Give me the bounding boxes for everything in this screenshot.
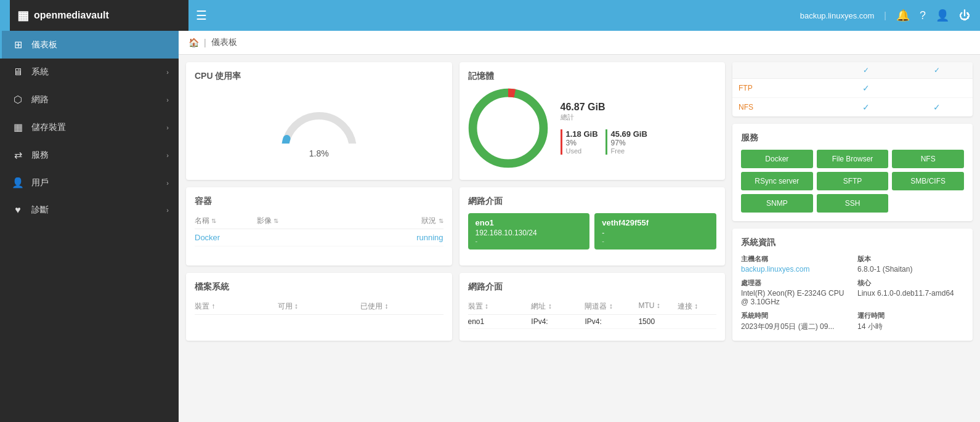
diagnostics-icon: ♥ bbox=[12, 205, 24, 216]
sysinfo-version-group: 版本 6.8.0-1 (Shaitan) bbox=[857, 254, 964, 274]
sidebar-item-dashboard[interactable]: ⊞ 儀表板 bbox=[0, 31, 179, 59]
power-icon[interactable]: ⏻ bbox=[959, 9, 970, 22]
help-icon[interactable]: ? bbox=[920, 9, 926, 22]
sysinfo-sysdate-group: 系統時間 2023年09月05日 (週二) 09... bbox=[741, 311, 848, 332]
topnav: ▦ openmediavault ☰ backup.linuxyes.com |… bbox=[0, 0, 980, 31]
sidebar-item-network[interactable]: ⬡ 網路 › bbox=[0, 86, 179, 113]
sidebar-item-diagnostics[interactable]: ♥ 診斷 › bbox=[0, 197, 179, 224]
chevron-right-icon: › bbox=[166, 68, 169, 76]
service-btn-snmp[interactable]: SNMP bbox=[741, 194, 813, 213]
sort-icon: ⇅ bbox=[273, 217, 278, 224]
sidebar-item-label: 儀表板 bbox=[31, 39, 57, 51]
svg-point-0 bbox=[472, 93, 543, 164]
sidebar-item-left: ⬡ 網路 bbox=[12, 94, 49, 105]
memory-free: 45.69 GiB 97% Free bbox=[605, 129, 647, 155]
cpu-card: CPU 使用率 1.8% bbox=[186, 62, 452, 180]
breadcrumb-separator: | bbox=[204, 38, 206, 47]
memory-total: 46.87 GiB bbox=[561, 102, 717, 113]
sidebar-item-left: ♥ 診斷 bbox=[12, 205, 49, 216]
sysinfo-cpu-label: 處理器 bbox=[741, 278, 848, 288]
sidebar-item-services[interactable]: ⇄ 服務 › bbox=[0, 141, 179, 169]
service-btn-rsync[interactable]: RSync server bbox=[741, 172, 813, 190]
topnav-right: backup.linuxyes.com | 🔔 ? 👤 ⏻ bbox=[800, 9, 970, 22]
sysinfo-uptime-group: 運行時間 14 小時 bbox=[857, 311, 964, 332]
chevron-right-icon: › bbox=[166, 96, 169, 103]
net-chip-eno1: eno1 192.168.10.130/24 - bbox=[468, 213, 590, 250]
sysinfo-version-val: 6.8.0-1 (Shaitan) bbox=[857, 265, 964, 274]
sysinfo-sysdate-label: 系統時間 bbox=[741, 311, 848, 320]
services-card: 服務 Docker File Browser NFS RSync server … bbox=[732, 124, 973, 221]
sidebar-item-label: 診斷 bbox=[31, 205, 49, 216]
net-gateway: IPv4: bbox=[585, 317, 633, 326]
memory-title: 記憶體 bbox=[468, 71, 717, 82]
net-col-mtu: MTU ↕ bbox=[638, 301, 672, 312]
container-status: running bbox=[381, 233, 443, 242]
sidebar: ⊞ 儀表板 🖥 系統 › ⬡ 網路 › ▦ 儲存裝置 › bbox=[0, 31, 179, 422]
sidebar-item-users[interactable]: 👤 用戶 › bbox=[0, 169, 179, 197]
net-col-addr: 網址 ↕ bbox=[531, 301, 580, 312]
fs-table-header: 裝置 ↑ 可用 ↕ 已使用 ↕ bbox=[195, 299, 443, 315]
dashboard-icon: ⊞ bbox=[12, 39, 24, 51]
containers-title: 容器 bbox=[195, 196, 443, 207]
col-avail-header: 可用 ↕ bbox=[278, 301, 361, 312]
net-chip-veth: vethf429f55f - - bbox=[594, 213, 716, 250]
hamburger-icon[interactable]: ☰ bbox=[196, 8, 207, 23]
share-check1: ✓ bbox=[830, 98, 902, 117]
service-btn-sftp[interactable]: SFTP bbox=[817, 172, 889, 190]
memory-used-val: 1.18 GiB bbox=[566, 129, 598, 139]
bell-icon[interactable]: 🔔 bbox=[896, 9, 910, 22]
sysinfo-hostname-group: 主機名稱 backup.linuxyes.com bbox=[741, 254, 848, 274]
table-row: NFS ✓ ✓ bbox=[732, 98, 973, 117]
logo-text: openmediavault bbox=[34, 10, 109, 21]
service-btn-docker[interactable]: Docker bbox=[741, 150, 813, 168]
sidebar-item-storage[interactable]: ▦ 儲存裝置 › bbox=[0, 113, 179, 141]
memory-free-val: 45.69 GiB bbox=[611, 129, 647, 139]
sidebar-item-label: 儲存裝置 bbox=[31, 122, 66, 133]
chevron-right-icon: › bbox=[166, 206, 169, 214]
user-icon[interactable]: 👤 bbox=[936, 9, 949, 22]
net-chip-ip: 192.168.10.130/24 bbox=[476, 229, 583, 237]
sysinfo-hostname-val: backup.linuxyes.com bbox=[741, 265, 848, 274]
container-name: Docker bbox=[195, 233, 257, 242]
sysinfo-sysdate-val: 2023年09月05日 (週二) 09... bbox=[741, 322, 848, 332]
sidebar-item-left: ⇄ 服務 bbox=[12, 149, 49, 161]
cpu-percent: 1.8% bbox=[309, 148, 329, 158]
sidebar-item-system[interactable]: 🖥 系統 › bbox=[0, 59, 179, 86]
containers-card: 容器 名稱 ⇅ 影像 ⇅ 狀況 ⇅ Docker running bbox=[186, 187, 452, 266]
cpu-gauge bbox=[276, 94, 362, 144]
service-btn-smbcifs[interactable]: SMB/CIFS bbox=[892, 172, 964, 190]
share-check2: ✓ bbox=[901, 98, 973, 117]
sysinfo-card: 系統資訊 主機名稱 backup.linuxyes.com 版本 6.8.0-1… bbox=[732, 229, 973, 341]
shares-col-1: ✓ bbox=[830, 62, 902, 79]
net-chip-dash: - bbox=[602, 237, 709, 245]
service-btn-filebrowser[interactable]: File Browser bbox=[817, 150, 889, 168]
sidebar-item-label: 用戶 bbox=[31, 177, 49, 189]
memory-used-label: Used bbox=[566, 147, 598, 155]
main-content: 🏠 | 儀表板 CPU 使用率 1.8% bbox=[179, 31, 980, 422]
memory-inner: 46.87 GiB 總計 1.18 GiB 3% Used 45.69 GiB … bbox=[468, 88, 717, 168]
right-panel-inner: ✓ ✓ FTP ✓ N bbox=[732, 62, 973, 341]
memory-stats: 46.87 GiB 總計 1.18 GiB 3% Used 45.69 GiB … bbox=[561, 102, 717, 155]
col-name-header: 名稱 ⇅ bbox=[195, 216, 257, 226]
sidebar-item-label: 系統 bbox=[31, 67, 49, 78]
shares-col-2: ✓ bbox=[901, 62, 973, 79]
sidebar-item-left: ▦ 儲存裝置 bbox=[12, 121, 66, 133]
service-btn-nfs[interactable]: NFS bbox=[892, 150, 964, 168]
memory-donut bbox=[468, 88, 548, 168]
net-chip-ip: - bbox=[602, 229, 709, 237]
nav-divider: | bbox=[884, 10, 886, 20]
app-layout: ⊞ 儀表板 🖥 系統 › ⬡ 網路 › ▦ 儲存裝置 › bbox=[0, 31, 980, 422]
share-check2 bbox=[901, 79, 973, 98]
sysinfo-title: 系統資訊 bbox=[741, 237, 964, 248]
home-icon[interactable]: 🏠 bbox=[188, 38, 199, 47]
containers-table-header: 名稱 ⇅ 影像 ⇅ 狀況 ⇅ bbox=[195, 213, 443, 229]
sysinfo-uptime-label: 運行時間 bbox=[857, 311, 964, 320]
net-col-gateway: 閘道器 ↕ bbox=[585, 301, 633, 312]
service-btn-ssh[interactable]: SSH bbox=[817, 194, 889, 213]
network-card-1: 網路介面 eno1 192.168.10.130/24 - vethf429f5… bbox=[460, 187, 726, 266]
share-label: FTP bbox=[732, 79, 830, 98]
logo-icon: ▦ bbox=[17, 8, 29, 23]
network1-title: 網路介面 bbox=[468, 196, 717, 207]
breadcrumb-current: 儀表板 bbox=[211, 37, 237, 48]
col-used-header: 已使用 ↕ bbox=[360, 301, 443, 312]
